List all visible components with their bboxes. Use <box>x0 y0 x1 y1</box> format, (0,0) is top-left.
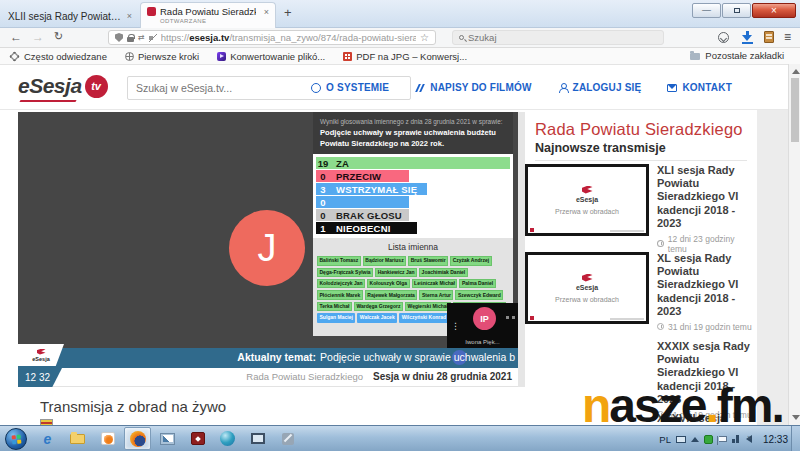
participant-status-icons <box>506 316 509 319</box>
taskbar-app-button[interactable] <box>214 427 241 450</box>
taskbar-app-button[interactable] <box>184 427 211 450</box>
app-icon <box>220 431 235 446</box>
bookmark-item[interactable]: Konwertowanie plikó... <box>217 51 325 62</box>
layout-gap <box>518 112 525 387</box>
taskbar-clock[interactable]: 12:33 <box>763 434 788 445</box>
vote-header: Wyniki głosowania imiennego z dnia 28 gr… <box>313 112 513 154</box>
vote-label: WSTRZYMAŁ SIĘ <box>336 184 417 195</box>
vote-result-row: 19 ZA <box>316 157 510 169</box>
restore-button[interactable] <box>722 3 751 18</box>
forward-icon[interactable]: → <box>32 30 44 44</box>
bookmark-item[interactable]: Pierwsze kroki <box>125 51 199 62</box>
taskbar-app-button[interactable] <box>64 427 91 450</box>
councillor-chip: Kołodziejczyk Jan <box>317 279 365 288</box>
bookmark-icon <box>125 52 134 61</box>
bookmark-item[interactable]: PDF na JPG – Konwersj... <box>343 51 467 62</box>
other-bookmarks[interactable]: Pozostałe zakładki <box>690 50 784 61</box>
permissions-icon[interactable]: ⇄ <box>138 34 145 42</box>
esesja-mark-icon <box>582 274 593 282</box>
transmission-thumbnail[interactable]: eSesja Przerwa w obradach <box>525 252 649 324</box>
tab-active[interactable]: Rada Powiatu Sieradzkiego - tra × ODTWAR… <box>140 2 276 28</box>
scroll-down-icon[interactable] <box>792 415 800 420</box>
vote-result-row: 0 BRAK GŁOSU <box>316 209 510 221</box>
councillor-chip: Szewczyk Edward <box>455 290 503 299</box>
taskbar-app-button[interactable] <box>124 427 151 450</box>
more-options-icon[interactable]: ⋮ <box>451 321 460 331</box>
browser-search[interactable] <box>452 30 664 45</box>
current-topic-bar: Aktualny temat:Podjęcie uchwały w sprawi… <box>18 348 518 368</box>
new-tab-button[interactable]: + <box>284 5 292 20</box>
sidebar-title[interactable]: Rada Powiatu Sieradzkiego <box>535 120 743 139</box>
taskbar-app-button[interactable] <box>244 427 271 450</box>
close-button[interactable]: × <box>752 3 796 18</box>
tray-expand-icon[interactable] <box>691 437 699 442</box>
clock-icon <box>657 240 664 247</box>
display-tray-icon[interactable] <box>676 436 686 443</box>
vote-result-row: 0 PRZECIW <box>316 170 510 182</box>
url-bar[interactable]: ⇄ https://esesja.tv/transmisja_na_zywo/8… <box>108 30 436 45</box>
bookmark-icon <box>11 53 18 60</box>
councillor-chip: Czyżak Andrzej <box>450 256 492 265</box>
site-header: eSesja tv O SYSTEMIE NAPISY DO FILMÓW <box>0 65 788 110</box>
show-desktop-button[interactable] <box>791 426 800 451</box>
participant-name: Iwona Pięk... <box>447 339 518 345</box>
taskbar-app-button[interactable]: e <box>34 427 61 450</box>
transmission-title[interactable]: XLI sesja Rady Powiatu Sieradzkiego VI k… <box>657 164 753 230</box>
participant-tile[interactable]: ⋮ IP Iwona Pięk... <box>447 303 518 348</box>
download-icon-bar <box>742 42 753 44</box>
taskbar-app-button[interactable] <box>154 427 181 450</box>
volume-muted-icon[interactable] <box>746 435 752 443</box>
extension-icon[interactable] <box>764 31 774 43</box>
bookmarks-bar: Często odwiedzane Pierwsze kroki Konwert… <box>0 48 800 65</box>
footer-org: Rada Powiatu Sieradzkiego <box>246 371 363 382</box>
reload-icon[interactable]: ↻ <box>54 30 63 43</box>
bookmark-item[interactable]: Często odwiedzane <box>10 51 107 62</box>
video-player[interactable]: J Wyniki głosowania imiennego z dnia 28 … <box>18 112 518 348</box>
pocket-icon[interactable] <box>718 32 729 43</box>
tab-mute-icon[interactable] <box>149 34 157 42</box>
action-center-icon[interactable] <box>719 436 727 442</box>
vote-label: BRAK GŁOSU <box>336 210 402 221</box>
scrollbar-thumb[interactable] <box>791 78 799 142</box>
councillor-chip: Palma Daniel <box>459 279 495 288</box>
tab-title: XLII sesja Rady Powiatu Sieradzkiego <box>8 11 123 22</box>
taskbar-app-button[interactable] <box>274 427 301 450</box>
site-nav-link[interactable]: ZALOGUJ SIĘ <box>558 82 642 93</box>
browser-search-input[interactable] <box>468 32 657 43</box>
back-icon[interactable]: ← <box>10 30 22 44</box>
app-icon <box>130 431 146 447</box>
scroll-up-icon[interactable] <box>792 69 800 74</box>
vote-count: 0 <box>316 210 330 221</box>
vote-results-overlay: Wyniki głosowania imiennego z dnia 28 gr… <box>313 112 513 336</box>
transmission-item[interactable]: eSesja Przerwa w obradach XL sesja Rady … <box>525 252 757 332</box>
tab-close-icon[interactable]: × <box>264 7 269 17</box>
nav-label: NAPISY DO FILMÓW <box>430 82 531 93</box>
vote-result-row: 1 NIEOBECNI <box>316 222 510 234</box>
esesja-logo[interactable]: eSesja tv <box>18 74 108 98</box>
taskbar-app-button[interactable] <box>94 427 121 450</box>
url-text: https://esesja.tv/transmisja_na_zywo/874… <box>161 32 416 43</box>
transmission-title[interactable]: XL sesja Rady Powiatu Sieradzkiego VI ka… <box>657 252 753 318</box>
site-nav-link[interactable]: KONTAKT <box>667 82 732 93</box>
lock-icon[interactable] <box>127 37 134 42</box>
bookmark-star-icon[interactable]: ☆ <box>420 32 429 43</box>
site-nav-link[interactable]: NAPISY DO FILMÓW <box>415 82 531 93</box>
site-nav-link[interactable]: O SYSTEMIE <box>311 82 389 93</box>
esesja-favicon <box>147 7 156 16</box>
tab-background[interactable]: XLII sesja Rady Powiatu Sieradzkiego × <box>4 6 136 26</box>
app-icon <box>70 434 85 444</box>
minimize-button[interactable]: — <box>692 3 721 18</box>
menu-icon[interactable]: ≡ <box>784 30 791 44</box>
transmission-thumbnail[interactable]: eSesja Przerwa w obradach <box>525 164 649 236</box>
network-icon[interactable] <box>732 435 741 443</box>
start-button[interactable] <box>5 428 27 450</box>
language-indicator[interactable]: PL <box>659 434 671 445</box>
transmission-item[interactable]: eSesja Przerwa w obradach XLI sesja Rady… <box>525 164 757 254</box>
shield-icon[interactable] <box>115 33 123 42</box>
site-nav: O SYSTEMIE NAPISY DO FILMÓW ZALOGUJ SIĘ … <box>311 82 732 93</box>
app-icon <box>191 432 205 445</box>
app-tray-icon[interactable] <box>704 435 713 444</box>
vote-count: 19 <box>316 158 330 169</box>
page-scrollbar[interactable] <box>788 64 800 425</box>
tab-close-icon[interactable]: × <box>127 11 132 21</box>
